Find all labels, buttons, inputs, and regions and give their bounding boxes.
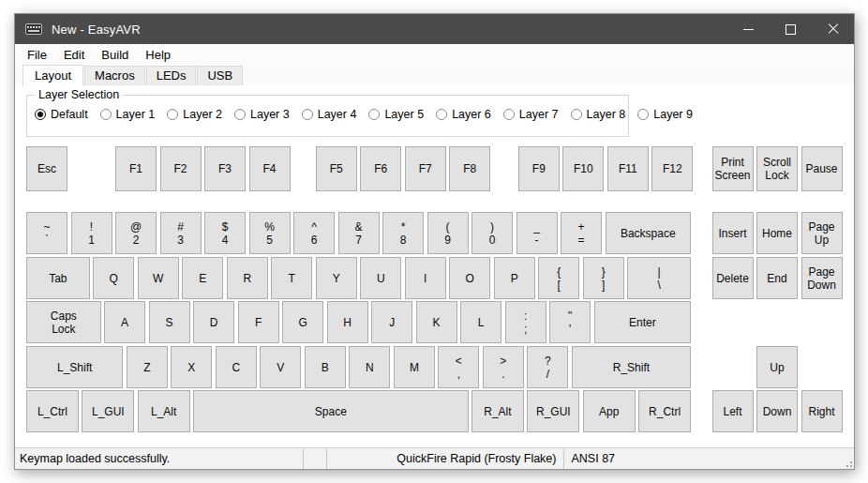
key-t[interactable]: T: [271, 257, 312, 299]
key-up[interactable]: Up: [756, 346, 798, 388]
key-5[interactable]: % 5: [249, 212, 291, 254]
key-p[interactable]: P: [494, 257, 535, 299]
key-d[interactable]: D: [193, 301, 234, 343]
close-button[interactable]: [812, 14, 854, 44]
key-tab[interactable]: Tab: [26, 257, 90, 299]
key-l[interactable]: L: [460, 301, 501, 343]
key-0[interactable]: ) 0: [471, 212, 513, 254]
key-a[interactable]: A: [104, 301, 145, 343]
menu-edit[interactable]: Edit: [55, 46, 93, 64]
key-symbol-4-10[interactable]: ? /: [527, 346, 568, 388]
key-f1[interactable]: F1: [115, 146, 157, 191]
key-page-up[interactable]: Page Up: [801, 212, 843, 254]
key-enter[interactable]: Enter: [594, 301, 691, 343]
key-page-down[interactable]: Page Down: [801, 257, 843, 299]
key-i[interactable]: I: [405, 257, 446, 299]
minimize-button[interactable]: [727, 14, 770, 44]
key-f9[interactable]: F9: [518, 146, 560, 191]
key-print-screen[interactable]: Print Screen: [712, 146, 754, 191]
key-end[interactable]: End: [756, 257, 798, 299]
menu-build[interactable]: Build: [93, 46, 137, 64]
key-r[interactable]: R: [227, 257, 268, 299]
menu-file[interactable]: File: [19, 46, 55, 64]
key-f[interactable]: F: [238, 301, 279, 343]
tab-usb[interactable]: USB: [197, 66, 243, 85]
key-w[interactable]: W: [138, 257, 179, 299]
key-b[interactable]: B: [305, 346, 346, 388]
key-f7[interactable]: F7: [405, 146, 446, 191]
key-symbol-4-9[interactable]: > .: [483, 346, 524, 388]
tab-leds[interactable]: LEDs: [146, 66, 197, 85]
key-symbol-3-10[interactable]: : ;: [505, 301, 546, 343]
key-caps-lock[interactable]: Caps Lock: [26, 301, 101, 343]
key-f8[interactable]: F8: [449, 146, 490, 191]
key-v[interactable]: V: [260, 346, 301, 388]
key-f4[interactable]: F4: [249, 146, 291, 191]
key-r_gui[interactable]: R_GUI: [527, 390, 579, 432]
key-symbol-3-11[interactable]: " ': [549, 301, 591, 343]
key-9[interactable]: ( 9: [427, 212, 469, 254]
key-l_gui[interactable]: L_GUI: [82, 390, 134, 432]
key-symbol-1-12[interactable]: + =: [561, 212, 602, 254]
key-symbol-2-12[interactable]: } ]: [583, 257, 624, 299]
key-space[interactable]: Space: [193, 390, 468, 432]
key-symbol-2-11[interactable]: { [: [538, 257, 579, 299]
key-symbol-4-8[interactable]: < ,: [438, 346, 479, 388]
key-e[interactable]: E: [182, 257, 223, 299]
key-6[interactable]: ^ 6: [293, 212, 335, 254]
key-k[interactable]: K: [416, 301, 457, 343]
key-_[interactable]: _ -: [516, 212, 558, 254]
key-symbol-2-13[interactable]: | \: [627, 257, 691, 299]
key-home[interactable]: Home: [756, 212, 798, 254]
key-symbol-1-0[interactable]: ~ `: [26, 212, 67, 254]
key-delete[interactable]: Delete: [712, 257, 754, 299]
key-f11[interactable]: F11: [607, 146, 649, 191]
key-8[interactable]: * 8: [382, 212, 424, 254]
key-x[interactable]: X: [171, 346, 212, 388]
key-backspace[interactable]: Backspace: [606, 212, 692, 254]
key-4[interactable]: $ 4: [204, 212, 246, 254]
key-1[interactable]: ! 1: [71, 212, 112, 254]
key-f10[interactable]: F10: [562, 146, 604, 191]
key-insert[interactable]: Insert: [712, 212, 754, 254]
key-z[interactable]: Z: [127, 346, 168, 388]
key-3[interactable]: # 3: [160, 212, 202, 254]
key-pause[interactable]: Pause: [801, 146, 843, 191]
resize-grip[interactable]: [843, 458, 852, 467]
key-f6[interactable]: F6: [360, 146, 401, 191]
key-n[interactable]: N: [349, 346, 390, 388]
key-q[interactable]: Q: [93, 257, 134, 299]
key-c[interactable]: C: [216, 346, 257, 388]
key-o[interactable]: O: [449, 257, 490, 299]
key-j[interactable]: J: [371, 301, 412, 343]
menu-help[interactable]: Help: [137, 46, 179, 64]
key-r_ctrl[interactable]: R_Ctrl: [638, 390, 691, 432]
key-7[interactable]: & 7: [338, 212, 380, 254]
maximize-button[interactable]: [770, 14, 812, 44]
key-g[interactable]: G: [282, 301, 323, 343]
key-right[interactable]: Right: [801, 390, 843, 432]
key-f12[interactable]: F12: [651, 146, 693, 191]
key-r_alt[interactable]: R_Alt: [471, 390, 524, 432]
key-left[interactable]: Left: [712, 390, 754, 432]
key-m[interactable]: M: [394, 346, 435, 388]
key-down[interactable]: Down: [756, 390, 798, 432]
key-2[interactable]: @ 2: [115, 212, 157, 254]
key-y[interactable]: Y: [316, 257, 357, 299]
key-r_shift[interactable]: R_Shift: [572, 346, 691, 388]
app-window: New - EasyAVR FileEditBuildHelp LayoutMa…: [14, 13, 855, 470]
key-u[interactable]: U: [360, 257, 401, 299]
tab-macros[interactable]: Macros: [84, 66, 145, 85]
key-f3[interactable]: F3: [204, 146, 246, 191]
key-f2[interactable]: F2: [160, 146, 202, 191]
key-scroll-lock[interactable]: Scroll Lock: [756, 146, 798, 191]
key-h[interactable]: H: [327, 301, 368, 343]
tab-layout[interactable]: Layout: [22, 65, 83, 86]
key-l_shift[interactable]: L_Shift: [26, 346, 123, 388]
key-l_ctrl[interactable]: L_Ctrl: [26, 390, 79, 432]
key-s[interactable]: S: [149, 301, 190, 343]
key-f5[interactable]: F5: [316, 146, 357, 191]
key-l_alt[interactable]: L_Alt: [138, 390, 190, 432]
key-esc[interactable]: Esc: [26, 146, 67, 191]
key-app[interactable]: App: [583, 390, 636, 432]
